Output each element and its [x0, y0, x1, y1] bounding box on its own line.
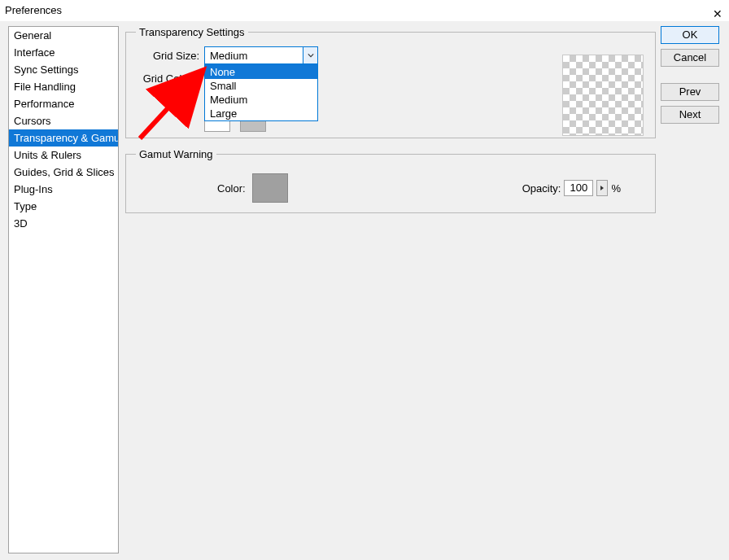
next-button[interactable]: Next [661, 106, 719, 124]
grid-size-option-medium[interactable]: Medium [205, 93, 317, 107]
gamut-warning-legend: Gamut Warning [136, 148, 216, 160]
sidebar-item-interface[interactable]: Interface [9, 44, 118, 61]
grid-size-label: Grid Size: [136, 50, 199, 62]
grid-size-option-small[interactable]: Small [205, 79, 317, 93]
grid-size-value: Medium [205, 50, 303, 62]
sidebar-item-cursors[interactable]: Cursors [9, 112, 118, 129]
chevron-down-icon [303, 47, 317, 63]
sidebar-item-plug-ins[interactable]: Plug-Ins [9, 181, 118, 198]
gamut-opacity-stepper[interactable] [596, 180, 608, 196]
preferences-window: Preferences ✕ General Interface Sync Set… [0, 0, 729, 560]
gamut-color-label: Color: [217, 182, 246, 195]
window-body: General Interface Sync Settings File Han… [0, 21, 729, 560]
sidebar-item-performance[interactable]: Performance [9, 95, 118, 112]
sidebar-item-file-handling[interactable]: File Handling [9, 78, 118, 95]
prev-button[interactable]: Prev [661, 83, 719, 101]
sidebar-item-3d[interactable]: 3D [9, 215, 118, 232]
ok-button[interactable]: OK [661, 26, 719, 44]
sidebar-item-transparency-gamut[interactable]: Transparency & Gamut [9, 129, 118, 147]
sidebar-item-general[interactable]: General [9, 27, 118, 44]
gamut-color-swatch[interactable] [252, 173, 288, 203]
category-sidebar: General Interface Sync Settings File Han… [8, 26, 119, 553]
content-area: Transparency Settings Grid Size: Medium … [125, 26, 656, 223]
sidebar-item-sync-settings[interactable]: Sync Settings [9, 61, 118, 78]
transparency-settings-legend: Transparency Settings [136, 26, 248, 38]
gamut-opacity-label: Opacity: [522, 182, 561, 195]
gamut-warning-group: Gamut Warning Color: Opacity: 100 % [125, 148, 656, 213]
gamut-opacity-unit: % [611, 182, 621, 195]
grid-size-option-none[interactable]: None [205, 65, 317, 79]
sidebar-item-guides-grid-slices[interactable]: Guides, Grid & Slices [9, 164, 118, 181]
dialog-buttons: OK Cancel Prev Next [661, 26, 724, 129]
transparency-settings-group: Transparency Settings Grid Size: Medium … [125, 26, 656, 138]
grid-size-dropdown[interactable]: Medium None Small Medium Large [204, 46, 318, 64]
gamut-opacity-input[interactable]: 100 [564, 180, 593, 196]
window-title: Preferences [5, 4, 62, 16]
sidebar-item-type[interactable]: Type [9, 198, 118, 215]
sidebar-item-units-rulers[interactable]: Units & Rulers [9, 147, 118, 164]
titlebar: Preferences ✕ [0, 0, 729, 21]
transparency-preview [562, 55, 644, 136]
grid-colors-label: Grid Colors: [136, 72, 199, 85]
grid-size-option-large[interactable]: Large [205, 107, 317, 120]
cancel-button[interactable]: Cancel [661, 49, 719, 67]
gamut-opacity-control: Opacity: 100 % [522, 180, 621, 196]
grid-size-dropdown-list: None Small Medium Large [204, 64, 318, 121]
